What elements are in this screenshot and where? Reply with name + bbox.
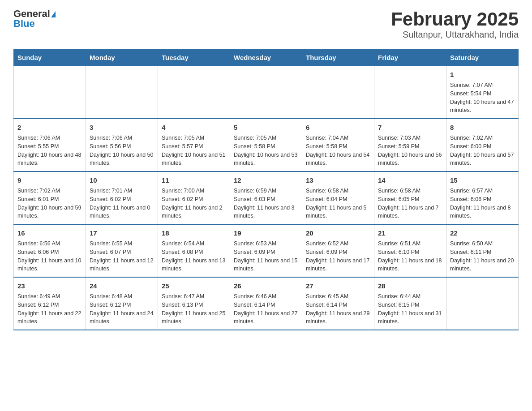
day-number: 16 — [17, 228, 82, 238]
calendar-cell: 19Sunrise: 6:53 AMSunset: 6:09 PMDayligh… — [230, 224, 302, 277]
day-number: 3 — [90, 123, 154, 132]
day-info: Sunrise: 6:50 AMSunset: 6:11 PMDaylight:… — [450, 240, 515, 273]
day-info: Sunrise: 6:53 AMSunset: 6:09 PMDaylight:… — [234, 240, 298, 273]
calendar-cell: 23Sunrise: 6:49 AMSunset: 6:12 PMDayligh… — [14, 277, 86, 330]
day-of-week-sunday: Sunday — [14, 49, 86, 66]
day-number: 11 — [162, 176, 226, 185]
day-info: Sunrise: 6:58 AMSunset: 6:04 PMDaylight:… — [306, 187, 370, 220]
day-info: Sunrise: 7:05 AMSunset: 5:57 PMDaylight:… — [162, 134, 226, 167]
day-number: 25 — [162, 281, 226, 291]
calendar-cell: 3Sunrise: 7:06 AMSunset: 5:56 PMDaylight… — [86, 119, 158, 171]
page-header: General Blue February 2025 Sultanpur, Ut… — [13, 9, 519, 40]
calendar-cell: 13Sunrise: 6:58 AMSunset: 6:04 PMDayligh… — [302, 171, 374, 224]
calendar-cell — [86, 66, 158, 119]
calendar-cell: 25Sunrise: 6:47 AMSunset: 6:13 PMDayligh… — [158, 277, 230, 330]
day-info: Sunrise: 6:59 AMSunset: 6:03 PMDaylight:… — [234, 187, 298, 220]
calendar-cell: 22Sunrise: 6:50 AMSunset: 6:11 PMDayligh… — [446, 224, 519, 277]
calendar-cell: 21Sunrise: 6:51 AMSunset: 6:10 PMDayligh… — [374, 224, 446, 277]
day-info: Sunrise: 6:47 AMSunset: 6:13 PMDaylight:… — [162, 292, 226, 326]
calendar-cell: 2Sunrise: 7:06 AMSunset: 5:55 PMDaylight… — [14, 119, 86, 171]
day-info: Sunrise: 6:49 AMSunset: 6:12 PMDaylight:… — [17, 292, 82, 326]
calendar-cell: 11Sunrise: 7:00 AMSunset: 6:02 PMDayligh… — [158, 171, 230, 224]
day-info: Sunrise: 7:00 AMSunset: 6:02 PMDaylight:… — [162, 187, 226, 220]
day-number: 28 — [378, 281, 442, 291]
calendar-cell: 1Sunrise: 7:07 AMSunset: 5:54 PMDaylight… — [446, 66, 519, 119]
day-number: 23 — [17, 281, 82, 291]
logo-triangle-icon — [51, 11, 56, 17]
day-info: Sunrise: 6:56 AMSunset: 6:06 PMDaylight:… — [17, 240, 82, 273]
calendar-cell: 14Sunrise: 6:58 AMSunset: 6:05 PMDayligh… — [374, 171, 446, 224]
calendar-cell: 9Sunrise: 7:02 AMSunset: 6:01 PMDaylight… — [14, 171, 86, 224]
day-number: 26 — [234, 281, 298, 291]
day-number: 18 — [162, 228, 226, 238]
day-info: Sunrise: 7:03 AMSunset: 5:59 PMDaylight:… — [378, 134, 442, 167]
calendar-cell: 26Sunrise: 6:46 AMSunset: 6:14 PMDayligh… — [230, 277, 302, 330]
day-info: Sunrise: 6:57 AMSunset: 6:06 PMDaylight:… — [450, 187, 515, 220]
calendar-week-5: 23Sunrise: 6:49 AMSunset: 6:12 PMDayligh… — [14, 277, 519, 330]
day-info: Sunrise: 7:02 AMSunset: 6:00 PMDaylight:… — [450, 134, 515, 167]
calendar-cell: 8Sunrise: 7:02 AMSunset: 6:00 PMDaylight… — [446, 119, 519, 171]
calendar-cell: 16Sunrise: 6:56 AMSunset: 6:06 PMDayligh… — [14, 224, 86, 277]
day-of-week-monday: Monday — [86, 49, 158, 66]
day-number: 1 — [450, 70, 515, 79]
page-subtitle: Sultanpur, Uttarakhand, India — [391, 30, 519, 40]
day-info: Sunrise: 6:48 AMSunset: 6:12 PMDaylight:… — [90, 292, 154, 326]
calendar-cell: 4Sunrise: 7:05 AMSunset: 5:57 PMDaylight… — [158, 119, 230, 171]
day-info: Sunrise: 7:05 AMSunset: 5:58 PMDaylight:… — [234, 134, 298, 167]
day-number: 2 — [17, 123, 82, 132]
day-number: 20 — [306, 228, 370, 238]
day-number: 19 — [234, 228, 298, 238]
day-number: 6 — [306, 123, 370, 132]
day-number: 24 — [90, 281, 154, 291]
day-of-week-tuesday: Tuesday — [158, 49, 230, 66]
day-info: Sunrise: 6:44 AMSunset: 6:15 PMDaylight:… — [378, 292, 442, 326]
calendar-cell: 18Sunrise: 6:54 AMSunset: 6:08 PMDayligh… — [158, 224, 230, 277]
calendar-cell — [302, 66, 374, 119]
day-info: Sunrise: 6:54 AMSunset: 6:08 PMDaylight:… — [162, 240, 226, 273]
day-info: Sunrise: 6:46 AMSunset: 6:14 PMDaylight:… — [234, 292, 298, 326]
calendar-cell: 24Sunrise: 6:48 AMSunset: 6:12 PMDayligh… — [86, 277, 158, 330]
calendar-week-3: 9Sunrise: 7:02 AMSunset: 6:01 PMDaylight… — [14, 171, 519, 224]
day-of-week-wednesday: Wednesday — [230, 49, 302, 66]
calendar-header: SundayMondayTuesdayWednesdayThursdayFrid… — [14, 49, 519, 66]
day-number: 9 — [17, 176, 82, 185]
calendar-cell: 20Sunrise: 6:52 AMSunset: 6:09 PMDayligh… — [302, 224, 374, 277]
calendar-cell: 17Sunrise: 6:55 AMSunset: 6:07 PMDayligh… — [86, 224, 158, 277]
calendar-cell: 27Sunrise: 6:45 AMSunset: 6:14 PMDayligh… — [302, 277, 374, 330]
calendar-cell — [374, 66, 446, 119]
day-number: 14 — [378, 176, 442, 185]
calendar-cell — [14, 66, 86, 119]
calendar-cell: 6Sunrise: 7:04 AMSunset: 5:58 PMDaylight… — [302, 119, 374, 171]
day-number: 7 — [378, 123, 442, 132]
title-block: February 2025 Sultanpur, Uttarakhand, In… — [391, 9, 519, 40]
day-of-week-friday: Friday — [374, 49, 446, 66]
page-title: February 2025 — [391, 9, 519, 30]
calendar-week-2: 2Sunrise: 7:06 AMSunset: 5:55 PMDaylight… — [14, 119, 519, 171]
calendar-cell: 7Sunrise: 7:03 AMSunset: 5:59 PMDaylight… — [374, 119, 446, 171]
calendar-table: SundayMondayTuesdayWednesdayThursdayFrid… — [13, 49, 519, 330]
day-info: Sunrise: 7:06 AMSunset: 5:55 PMDaylight:… — [17, 134, 82, 167]
calendar-cell: 28Sunrise: 6:44 AMSunset: 6:15 PMDayligh… — [374, 277, 446, 330]
day-info: Sunrise: 7:01 AMSunset: 6:02 PMDaylight:… — [90, 187, 154, 220]
calendar-body: 1Sunrise: 7:07 AMSunset: 5:54 PMDaylight… — [14, 66, 519, 330]
days-of-week-row: SundayMondayTuesdayWednesdayThursdayFrid… — [14, 49, 519, 66]
day-number: 27 — [306, 281, 370, 291]
day-number: 17 — [90, 228, 154, 238]
logo: General Blue — [13, 9, 56, 29]
calendar-week-1: 1Sunrise: 7:07 AMSunset: 5:54 PMDaylight… — [14, 66, 519, 119]
day-info: Sunrise: 6:45 AMSunset: 6:14 PMDaylight:… — [306, 292, 370, 326]
day-info: Sunrise: 6:52 AMSunset: 6:09 PMDaylight:… — [306, 240, 370, 273]
day-number: 21 — [378, 228, 442, 238]
calendar-cell: 5Sunrise: 7:05 AMSunset: 5:58 PMDaylight… — [230, 119, 302, 171]
calendar-week-4: 16Sunrise: 6:56 AMSunset: 6:06 PMDayligh… — [14, 224, 519, 277]
day-of-week-thursday: Thursday — [302, 49, 374, 66]
day-info: Sunrise: 6:58 AMSunset: 6:05 PMDaylight:… — [378, 187, 442, 220]
day-number: 22 — [450, 228, 515, 238]
day-number: 4 — [162, 123, 226, 132]
day-info: Sunrise: 6:55 AMSunset: 6:07 PMDaylight:… — [90, 240, 154, 273]
day-info: Sunrise: 7:06 AMSunset: 5:56 PMDaylight:… — [90, 134, 154, 167]
calendar-cell: 10Sunrise: 7:01 AMSunset: 6:02 PMDayligh… — [86, 171, 158, 224]
calendar-cell: 12Sunrise: 6:59 AMSunset: 6:03 PMDayligh… — [230, 171, 302, 224]
calendar-cell — [446, 277, 519, 330]
day-info: Sunrise: 7:07 AMSunset: 5:54 PMDaylight:… — [450, 81, 515, 115]
